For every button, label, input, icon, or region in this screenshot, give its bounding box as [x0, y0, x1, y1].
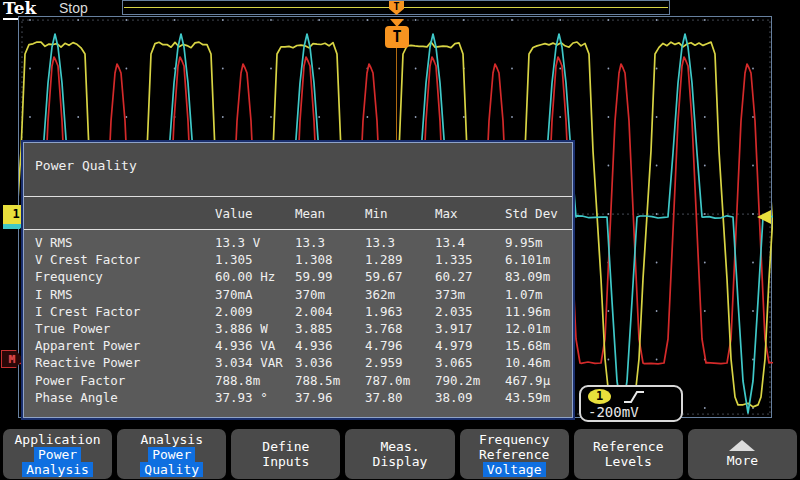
cell-std: 6.101m [505, 251, 572, 268]
menu-label: Inputs [262, 454, 309, 469]
cell-min: 787.0m [365, 372, 435, 389]
menu-selected-value: PowerQuality [140, 447, 203, 477]
trigger-source-badge: 1 [588, 389, 611, 404]
cell-min: 13.3 [365, 234, 435, 251]
cell-mean: 3.885 [295, 320, 365, 337]
table-body: V RMS13.3 V13.313.313.49.95mV Crest Fact… [24, 230, 572, 406]
cell-max: 3.917 [435, 320, 505, 337]
menu-label: Analysis [140, 432, 203, 447]
rising-edge-icon [623, 389, 645, 405]
acquisition-overview-bar: T [122, 0, 670, 15]
cell-max: 13.4 [435, 234, 505, 251]
cell-std: 11.96m [505, 303, 572, 320]
table-row: I Crest Factor2.0092.0041.9632.03511.96m [35, 303, 572, 320]
menu-button-define-inputs[interactable]: DefineInputs [231, 429, 340, 479]
trigger-level-readout: -200mV [588, 404, 639, 420]
cell-max: 3.065 [435, 354, 505, 371]
cell-label: V Crest Factor [35, 251, 215, 268]
softkey-menu-bar: ApplicationPowerAnalysisAnalysisPowerQua… [0, 428, 800, 480]
table-row: Apparent Power4.936 VA4.9364.7964.97915.… [35, 337, 572, 354]
table-row: True Power3.886 W3.8853.7683.91712.01m [35, 320, 572, 337]
table-row: Frequency60.00 Hz59.9959.6760.2783.09m [35, 268, 572, 285]
cell-label: V RMS [35, 234, 215, 251]
menu-button-application[interactable]: ApplicationPowerAnalysis [3, 429, 112, 479]
cell-std: 1.07m [505, 286, 572, 303]
trigger-level-arrow-icon[interactable] [757, 210, 771, 224]
cell-std: 43.59m [505, 389, 572, 406]
cell-std: 9.95m [505, 234, 572, 251]
cell-mean: 13.3 [295, 234, 365, 251]
cell-std: 83.09m [505, 268, 572, 285]
column-header: Mean [295, 197, 365, 230]
menu-selected-value: PowerAnalysis [22, 447, 93, 477]
cell-label: Frequency [35, 268, 215, 285]
cell-label: Apparent Power [35, 337, 215, 354]
cell-value: 37.93 ° [215, 389, 295, 406]
up-arrow-icon [729, 440, 755, 451]
cell-min: 37.80 [365, 389, 435, 406]
menu-label: Display [373, 454, 428, 469]
menu-button-reference-levels[interactable]: ReferenceLevels [574, 429, 683, 479]
cell-value: 3.034 VAR [215, 354, 295, 371]
cell-value: 788.8m [215, 372, 295, 389]
menu-label: Reference [479, 447, 549, 462]
column-header: Std Dev [505, 197, 572, 230]
cell-min: 4.796 [365, 337, 435, 354]
cell-label: I RMS [35, 286, 215, 303]
cell-max: 38.09 [435, 389, 505, 406]
cell-std: 467.9µ [505, 372, 572, 389]
menu-label: Frequency [479, 432, 549, 447]
table-column-headers: ValueMeanMinMaxStd Dev [24, 197, 572, 230]
cell-mean: 370m [295, 286, 365, 303]
cell-mean: 4.936 [295, 337, 365, 354]
cell-mean: 59.99 [295, 268, 365, 285]
trigger-position-line [396, 48, 397, 144]
power-quality-table: Power Quality ValueMeanMinMaxStd Dev V R… [23, 142, 573, 418]
cell-mean: 1.308 [295, 251, 365, 268]
cell-mean: 2.004 [295, 303, 365, 320]
cell-std: 10.46m [505, 354, 572, 371]
cell-label: Power Factor [35, 372, 215, 389]
cell-max: 4.979 [435, 337, 505, 354]
cell-max: 60.27 [435, 268, 505, 285]
menu-label: Reference [593, 439, 663, 454]
trigger-point-flag-icon[interactable]: T [385, 26, 409, 48]
cell-value: 2.009 [215, 303, 295, 320]
cell-std: 12.01m [505, 320, 572, 337]
table-row: Phase Angle37.93 °37.9637.8038.0943.59m [35, 389, 572, 406]
cell-value: 3.886 W [215, 320, 295, 337]
cell-value: 13.3 V [215, 234, 295, 251]
menu-label: Levels [605, 454, 652, 469]
menu-button-analysis[interactable]: AnalysisPowerQuality [117, 429, 226, 479]
cell-min: 1.289 [365, 251, 435, 268]
cell-value: 370mA [215, 286, 295, 303]
menu-label: Meas. [380, 439, 419, 454]
menu-label: More [727, 453, 758, 468]
trigger-readout-badge: 1 -200mV [579, 385, 683, 422]
cell-min: 59.67 [365, 268, 435, 285]
cell-max: 1.335 [435, 251, 505, 268]
table-row: Reactive Power3.034 VAR3.0362.9593.06510… [35, 354, 572, 371]
menu-button-frequency-reference[interactable]: FrequencyReferenceVoltage [460, 429, 569, 479]
cell-label: I Crest Factor [35, 303, 215, 320]
waveform-display: T 1 M Power Quality ValueMeanMinMaxStd D… [18, 16, 772, 418]
menu-label: Define [262, 439, 309, 454]
cell-value: 60.00 Hz [215, 268, 295, 285]
cell-mean: 37.96 [295, 389, 365, 406]
menu-button-meas-display[interactable]: Meas.Display [345, 429, 454, 479]
column-header: Min [365, 197, 435, 230]
menu-button-more[interactable]: More [688, 429, 797, 479]
cell-min: 1.963 [365, 303, 435, 320]
cell-max: 373m [435, 286, 505, 303]
acquisition-status: Stop [59, 0, 88, 16]
trigger-position-icon[interactable]: T [389, 1, 404, 15]
menu-selected-value: Voltage [483, 462, 546, 477]
cell-mean: 3.036 [295, 354, 365, 371]
cell-label: Reactive Power [35, 354, 215, 371]
table-row: I RMS370mA370m362m373m1.07m [35, 286, 572, 303]
cell-value: 1.305 [215, 251, 295, 268]
oscilloscope-screen: Tek Stop T T 1 M Power Quality ValueMean… [0, 0, 800, 480]
table-row: V Crest Factor1.3051.3081.2891.3356.101m [35, 251, 572, 268]
cell-min: 3.768 [365, 320, 435, 337]
table-row: Power Factor788.8m788.5m787.0m790.2m467.… [35, 372, 572, 389]
